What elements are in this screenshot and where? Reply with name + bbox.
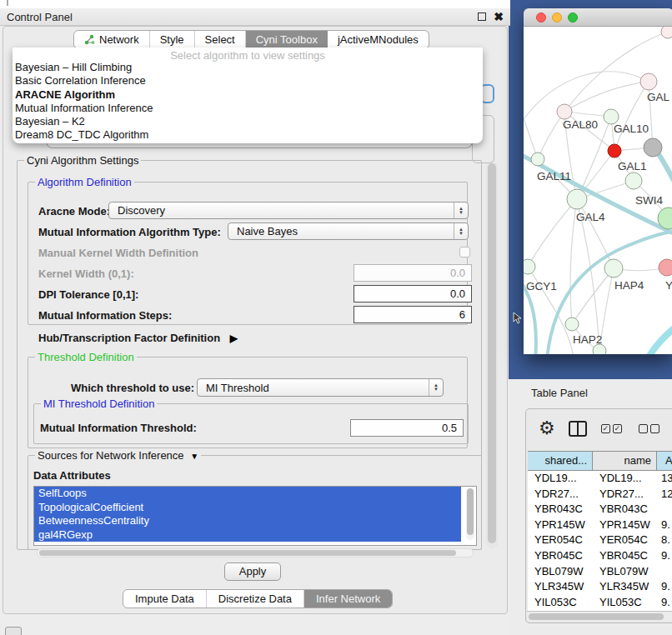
network-node[interactable]	[644, 138, 662, 157]
checked-columns-icon[interactable]: ✓ ✓	[601, 424, 624, 433]
table-cell: YLR345W	[528, 579, 593, 595]
table-cell: YBL079W	[593, 564, 657, 580]
attribute-list-item[interactable]: SelfLoops	[34, 487, 461, 501]
tab-label: Select	[205, 33, 235, 46]
network-edge[interactable]	[528, 199, 577, 267]
tab-infer-network[interactable]: Infer Network	[304, 590, 392, 608]
corner-widget[interactable]	[5, 627, 22, 635]
table-row[interactable]: YIL053CYIL053C9.	[528, 595, 672, 611]
algorithm-option[interactable]: Basic Correlation Inference	[13, 74, 483, 88]
network-node-gcy1[interactable]	[524, 259, 535, 274]
tab-style[interactable]: Style	[150, 31, 195, 48]
tab-discretize-data[interactable]: Discretize Data	[207, 590, 304, 608]
table-cell: 13	[657, 471, 672, 487]
table-cell: YBR043C	[528, 502, 593, 518]
network-node-gal11[interactable]	[531, 152, 544, 166]
table-row[interactable]: YBL079WYBL079W	[528, 564, 672, 580]
network-node-gal[interactable]	[640, 73, 657, 90]
network-node[interactable]	[661, 27, 672, 38]
network-node-label: GAL10	[614, 122, 649, 135]
checkbox-unchecked-icon	[650, 424, 659, 433]
settings-vertical-scrollbar[interactable]	[486, 162, 498, 548]
network-node-gal4[interactable]	[567, 189, 587, 209]
aracne-mode-label: Aracne Mode:	[38, 205, 110, 218]
column-header-partial[interactable]: A	[657, 452, 672, 470]
network-node-y[interactable]	[659, 259, 672, 276]
split-view-icon[interactable]	[569, 421, 587, 437]
attributes-horizontal-scrollbar[interactable]	[37, 548, 474, 558]
algorithm-option[interactable]: Bayesian – K2	[13, 115, 483, 128]
scrollbar-thumb[interactable]	[488, 163, 496, 543]
attributes-vertical-scrollbar[interactable]	[466, 488, 474, 540]
network-edge[interactable]	[572, 268, 614, 324]
unchecked-columns-icon[interactable]	[639, 424, 662, 433]
network-canvas[interactable]: GALGAL80GAL10GAL1GAL11SWI4GAL4GCY1HAP4YH…	[524, 27, 672, 354]
scrollbar-thumb[interactable]	[467, 488, 474, 535]
close-icon[interactable]: ✖	[494, 12, 504, 21]
attribute-list-item[interactable]: gal4RGexp	[34, 528, 461, 542]
close-traffic-light-icon[interactable]	[536, 12, 546, 22]
network-edge[interactable]	[614, 82, 649, 151]
network-node-label: GAL11	[537, 170, 571, 182]
hub-definition-toggle[interactable]: Hub/Transcription Factor Definition ▶	[38, 332, 238, 344]
data-attributes-list: SelfLoopsTopologicalCoefficientBetweenne…	[33, 486, 477, 546]
network-window-titlebar[interactable]	[524, 8, 672, 27]
tab-network[interactable]: Network	[74, 31, 150, 48]
network-node[interactable]	[593, 344, 606, 354]
network-edge[interactable]	[657, 152, 672, 193]
tab-jactivemnodules[interactable]: jActiveMNodules	[328, 31, 429, 48]
algorithm-option[interactable]: ARACNE Algorithm	[13, 88, 483, 102]
network-node-gal80[interactable]	[557, 104, 572, 119]
dpi-tolerance-field[interactable]: 0.0	[354, 285, 472, 302]
network-node-hap2[interactable]	[565, 318, 579, 331]
float-window-icon[interactable]	[478, 12, 486, 21]
network-node-hap4[interactable]	[604, 259, 623, 278]
table-row[interactable]: YPR145WYPR145W9.	[528, 518, 672, 533]
table-row[interactable]: YDR27...YDR27...12	[528, 487, 672, 502]
column-header-name[interactable]: name	[593, 452, 657, 470]
table-row[interactable]: YDL19...YDL19...13	[528, 471, 672, 487]
table-horizontal-scrollbar[interactable]	[527, 611, 672, 621]
tab-cyni-toolbox[interactable]: Cyni Toolbox	[246, 31, 328, 48]
apply-button[interactable]: Apply	[224, 562, 281, 581]
table-panel-region: Table Panel ⚙ ✓ ✓ shared... name	[510, 379, 672, 635]
sources-legend[interactable]: Sources for Network Inference ▼	[35, 449, 201, 462]
tab-select[interactable]: Select	[195, 31, 246, 48]
table-cell: 8.	[657, 532, 672, 548]
which-threshold-combobox[interactable]: MI Threshold ▲▼	[197, 378, 444, 397]
algorithm-option[interactable]: Dream8 DC_TDC Algorithm	[13, 128, 483, 142]
tab-impute-data[interactable]: Impute Data	[123, 590, 207, 608]
network-node-gal1[interactable]	[625, 172, 642, 189]
table-row[interactable]: YLR345WYLR345W9.	[528, 579, 672, 595]
table-row[interactable]: YBR043CYBR043C	[528, 502, 672, 518]
mi-steps-field[interactable]: 6	[354, 306, 472, 323]
algorithm-dropdown-list: Bayesian – Hill ClimbingBasic Correlatio…	[13, 61, 483, 142]
minimize-traffic-light-icon[interactable]	[552, 12, 562, 22]
aracne-mode-combobox[interactable]: Discovery ▲▼	[108, 202, 469, 219]
network-edge[interactable]	[524, 113, 538, 159]
network-node[interactable]	[608, 144, 621, 158]
mi-threshold-field[interactable]: 0.5	[350, 419, 464, 437]
kernel-width-field[interactable]: 0.0	[354, 264, 472, 282]
algorithm-option[interactable]: Bayesian – Hill Climbing	[13, 61, 483, 74]
gear-icon[interactable]: ⚙	[539, 418, 555, 439]
table-cell: YDR27...	[593, 487, 657, 502]
table-row[interactable]: YER054CYER054C8.	[528, 532, 672, 548]
attribute-list-item[interactable]: TopologicalCoefficient	[34, 501, 461, 515]
scrollbar-thumb[interactable]	[39, 550, 456, 556]
attribute-list-item[interactable]: BetweennessCentrality	[34, 514, 461, 528]
table-row[interactable]: YBR045CYBR045C9.	[528, 548, 672, 564]
scrollbar-thumb[interactable]	[529, 613, 664, 620]
network-edge[interactable]	[577, 199, 614, 268]
network-edge[interactable]	[547, 230, 672, 354]
sources-legend-label: Sources for Network Inference	[38, 449, 184, 462]
zoom-traffic-light-icon[interactable]	[568, 12, 578, 22]
tab-label: Discretize Data	[218, 592, 292, 605]
network-edge[interactable]	[647, 322, 672, 354]
table-cell	[657, 564, 672, 580]
table-cell: YBL079W	[528, 564, 593, 580]
manual-kernel-width-checkbox[interactable]	[459, 247, 470, 258]
column-header-shared-name[interactable]: shared...	[528, 452, 593, 470]
algorithm-option[interactable]: Mutual Information Inference	[13, 102, 483, 115]
mi-algorithm-type-combobox[interactable]: Naive Bayes ▲▼	[228, 222, 469, 240]
